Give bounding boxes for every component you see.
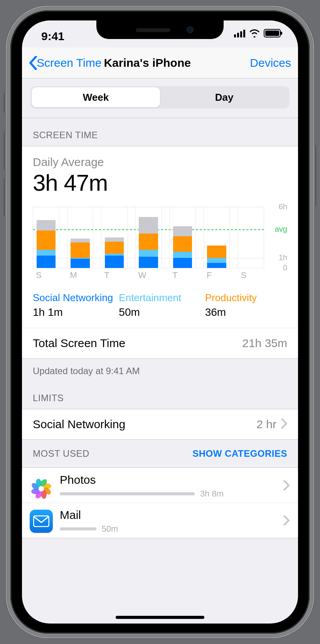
limits-card: Social Networking 2 hr (22, 409, 298, 440)
most-used-label: MOST USED (33, 448, 89, 459)
most-used-list: Photos3h 8mMail50m (22, 468, 298, 538)
devices-button[interactable]: Devices (250, 56, 291, 69)
screen-time-card: Daily Average 3h 47m 01h6havgSMTWTFS Soc… (22, 146, 298, 359)
screen: 9:41 Screen Time Karina's iPhone Devices (22, 20, 298, 624)
svg-rect-0 (34, 516, 49, 527)
back-button[interactable]: Screen Time (29, 56, 101, 70)
usage-bar (60, 492, 195, 495)
app-name: Photos (60, 473, 280, 486)
mail-app-icon (30, 510, 53, 533)
usage-chart[interactable]: 01h6havgSMTWTFS (22, 199, 298, 285)
daily-average-value: 3h 47m (33, 169, 287, 196)
updated-text: Updated today at 9:41 AM (22, 359, 298, 377)
notch (96, 20, 224, 39)
segmented-control-wrap: Week Day (22, 78, 298, 118)
cellular-icon (234, 29, 245, 37)
section-header-most-used: MOST USED SHOW CATEGORIES (22, 440, 298, 468)
chevron-right-icon (283, 515, 290, 527)
limit-row[interactable]: Social Networking 2 hr (22, 409, 298, 439)
page-title: Karina's iPhone (104, 56, 191, 69)
section-header-screen-time: SCREEN TIME (22, 118, 298, 146)
category-name: Productivity (205, 292, 287, 304)
app-name: Mail (60, 508, 280, 522)
app-time: 3h 8m (200, 489, 224, 499)
app-row[interactable]: Mail50m (22, 503, 298, 538)
segment-day[interactable]: Day (160, 87, 288, 107)
app-time: 50m (102, 524, 118, 534)
wifi-icon (249, 29, 260, 37)
total-screen-time-row: Total Screen Time 21h 35m (22, 328, 298, 358)
status-time: 9:41 (41, 30, 64, 43)
battery-icon (264, 29, 281, 37)
total-label: Total Screen Time (33, 337, 125, 350)
limit-value: 2 hr (256, 418, 276, 431)
limit-label: Social Networking (33, 418, 125, 431)
segment-week[interactable]: Week (32, 87, 160, 107)
total-value: 21h 35m (242, 337, 287, 350)
photos-app-icon (30, 475, 53, 498)
section-header-limits: LIMITS (22, 377, 298, 409)
usage-bar (60, 527, 96, 530)
show-categories-button[interactable]: SHOW CATEGORIES (192, 448, 287, 459)
category-name: Social Networking (33, 292, 115, 304)
category-value: 50m (119, 306, 201, 319)
segmented-control: Week Day (30, 86, 290, 108)
category-value: 36m (205, 306, 287, 319)
home-indicator[interactable] (116, 616, 204, 619)
category-breakdown: Social Networking1h 1mEntertainment50mPr… (22, 285, 298, 328)
navigation-bar: Screen Time Karina's iPhone Devices (22, 47, 298, 78)
back-label: Screen Time (37, 56, 101, 69)
category-name: Entertainment (119, 292, 201, 304)
chevron-right-icon (283, 480, 290, 492)
category-value: 1h 1m (33, 306, 115, 319)
daily-average-label: Daily Average (33, 156, 287, 169)
app-row[interactable]: Photos3h 8m (22, 468, 298, 503)
chevron-left-icon (29, 56, 37, 70)
chevron-right-icon (281, 419, 287, 430)
